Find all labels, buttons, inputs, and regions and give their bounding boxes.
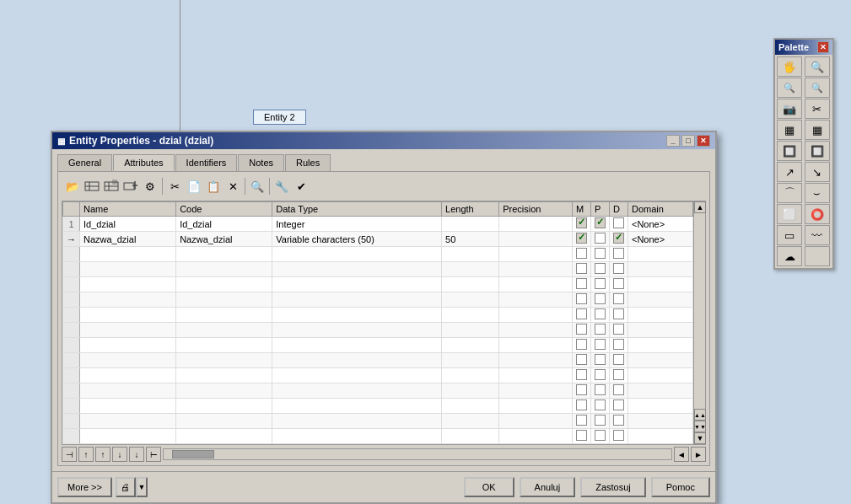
table-row[interactable]: → Nazwa_dzial Nazwa_dzial Variable chara… bbox=[63, 232, 693, 247]
cell-p-1[interactable] bbox=[590, 217, 609, 232]
find-btn[interactable]: 🔍 bbox=[248, 177, 267, 196]
print-button[interactable]: 🖨 bbox=[116, 477, 136, 497]
checkbox-d-1[interactable] bbox=[613, 217, 624, 228]
apply-button[interactable]: Zastosuj bbox=[580, 477, 646, 497]
curve1-btn[interactable]: ⌒ bbox=[777, 183, 802, 203]
vscroll-up-btn[interactable]: ▲ bbox=[694, 201, 706, 213]
rect-btn[interactable]: ⬜ bbox=[777, 204, 802, 224]
table-row[interactable]: 1 Id_dzial Id_dzial Integer <None> bbox=[63, 217, 693, 232]
edit-row-btn[interactable] bbox=[102, 177, 121, 196]
help-button[interactable]: Pomoc bbox=[651, 477, 710, 497]
paste-btn[interactable]: 📋 bbox=[204, 177, 223, 196]
table-hscrollbar[interactable] bbox=[163, 448, 672, 460]
cell-domain-2[interactable]: <None> bbox=[627, 232, 692, 247]
cancel-button[interactable]: Anuluj bbox=[520, 477, 576, 497]
tab-notes[interactable]: Notes bbox=[238, 154, 284, 171]
cell-domain-1[interactable]: <None> bbox=[627, 217, 692, 232]
extra-btn[interactable] bbox=[805, 246, 830, 266]
tab-panel-attributes: 📂 ⚙ ✂ 📄 📋 ✕ 🔍 🔧 ✔ bbox=[57, 171, 710, 466]
nav-prev-btn[interactable]: ↑ bbox=[78, 447, 94, 462]
palette-titlebar[interactable]: Palette ✕ bbox=[775, 40, 832, 55]
insert-row-btn[interactable] bbox=[121, 177, 140, 196]
screenshot-btn[interactable]: 📷 bbox=[777, 99, 802, 119]
hscroll-left-btn[interactable]: ◄ bbox=[674, 447, 689, 462]
dialog-icon: ▦ bbox=[57, 137, 65, 146]
ellipse-btn[interactable]: ⭕ bbox=[805, 204, 830, 224]
tab-attributes[interactable]: Attributes bbox=[113, 154, 174, 171]
vscroll-down-btn[interactable]: ▼ bbox=[694, 432, 706, 444]
nav-last-btn[interactable]: ⊢ bbox=[146, 447, 161, 462]
arrow2-btn[interactable]: ↘ bbox=[805, 162, 830, 182]
cell-length-1[interactable] bbox=[442, 217, 499, 232]
vscroll-pageup-btn[interactable]: ▲▲ bbox=[694, 409, 706, 421]
vscroll-pagedown-btn[interactable]: ▼▼ bbox=[694, 421, 706, 432]
tab-general[interactable]: General bbox=[57, 154, 112, 171]
cell-code-2[interactable]: Nazwa_dzial bbox=[176, 232, 272, 247]
table-vscrollbar[interactable]: ▲ ▲▲ ▼▼ ▼ bbox=[693, 201, 705, 444]
copy-btn[interactable]: 📄 bbox=[185, 177, 203, 196]
nav-next-btn[interactable]: ↓ bbox=[112, 447, 127, 462]
curve2-btn[interactable]: ⌣ bbox=[805, 183, 830, 203]
wave-btn[interactable]: 〰 bbox=[805, 225, 830, 245]
cell-m-2[interactable] bbox=[572, 232, 590, 247]
rounded-btn[interactable]: ▭ bbox=[777, 225, 802, 245]
nav-first-btn[interactable]: ⊣ bbox=[62, 447, 77, 462]
cell-precision-2[interactable] bbox=[499, 232, 573, 247]
hand-tool-btn[interactable]: 🖐 bbox=[777, 56, 802, 77]
zoom-fit-btn[interactable]: 🔍 bbox=[805, 78, 830, 98]
cell-p-2[interactable] bbox=[590, 232, 609, 247]
dialog-titlebar[interactable]: ▦ Entity Properties - dzial (dzial) _ □ … bbox=[52, 132, 715, 149]
check-btn[interactable]: ✔ bbox=[292, 177, 310, 196]
cell-d-1[interactable] bbox=[609, 217, 627, 232]
palette-close-button[interactable]: ✕ bbox=[817, 41, 829, 53]
cut-tool-btn[interactable]: ✂ bbox=[805, 99, 830, 119]
ok-button[interactable]: OK bbox=[464, 477, 514, 497]
connect2-btn[interactable]: 🔲 bbox=[805, 141, 830, 161]
vscroll-track[interactable] bbox=[694, 213, 705, 409]
cell-name-2[interactable]: Nazwa_dzial bbox=[80, 232, 176, 247]
cloud-btn[interactable]: ☁ bbox=[777, 246, 802, 266]
checkbox-m-2[interactable] bbox=[576, 233, 587, 244]
checkbox-p-1[interactable] bbox=[595, 217, 606, 228]
more-button[interactable]: More >> bbox=[57, 477, 112, 497]
table1-btn[interactable]: ▦ bbox=[777, 120, 802, 140]
cell-datatype-2[interactable]: Variable characters (50) bbox=[272, 232, 442, 247]
tab-identifiers[interactable]: Identifiers bbox=[175, 154, 238, 171]
close-button[interactable]: ✕ bbox=[697, 135, 710, 147]
cell-d-2[interactable] bbox=[609, 232, 627, 247]
cell-length-2[interactable]: 50 bbox=[442, 232, 499, 247]
cell-code-1[interactable]: Id_dzial bbox=[176, 217, 272, 232]
connect1-btn[interactable]: 🔲 bbox=[777, 141, 802, 161]
delete-btn[interactable]: ✕ bbox=[224, 177, 242, 196]
minimize-button[interactable]: _ bbox=[666, 135, 680, 147]
settings-btn[interactable]: 🔧 bbox=[272, 177, 291, 196]
hscroll-right-btn[interactable]: ► bbox=[691, 447, 706, 462]
open-toolbar-btn[interactable]: 📂 bbox=[63, 177, 82, 196]
hscroll-thumb[interactable] bbox=[172, 450, 214, 458]
zoom-tool-btn[interactable]: 🔍 bbox=[805, 56, 830, 77]
new-row-btn[interactable] bbox=[83, 177, 101, 196]
table-scroll-area[interactable]: Name Code Data Type Length Precision M P… bbox=[62, 201, 693, 444]
properties-btn[interactable]: ⚙ bbox=[141, 177, 159, 196]
tab-rules[interactable]: Rules bbox=[285, 154, 331, 171]
print-dropdown-btn[interactable]: ▼ bbox=[136, 477, 148, 497]
checkbox-m-1[interactable] bbox=[576, 217, 587, 228]
cell-datatype-1[interactable]: Integer bbox=[272, 217, 442, 232]
nav-up-btn[interactable]: ↑ bbox=[95, 447, 110, 462]
entity-properties-dialog: ▦ Entity Properties - dzial (dzial) _ □ … bbox=[51, 131, 717, 504]
cell-precision-1[interactable] bbox=[499, 217, 573, 232]
checkbox-p-2[interactable] bbox=[595, 233, 606, 244]
cell-m-1[interactable] bbox=[572, 217, 590, 232]
table2-btn[interactable]: ▦ bbox=[805, 120, 830, 140]
row-num-empty bbox=[63, 247, 80, 262]
checkbox-d-2[interactable] bbox=[613, 233, 624, 244]
nav-down-btn[interactable]: ↓ bbox=[129, 447, 144, 462]
cell-name-1[interactable]: Id_dzial bbox=[80, 217, 176, 232]
zoom-out-btn[interactable]: 🔍 bbox=[777, 78, 802, 98]
maximize-button[interactable]: □ bbox=[681, 135, 695, 147]
tab-bar: General Attributes Identifiers Notes Rul… bbox=[57, 154, 710, 171]
attributes-toolbar: 📂 ⚙ ✂ 📄 📋 ✕ 🔍 🔧 ✔ bbox=[62, 175, 706, 197]
footer-right: OK Anuluj Zastosuj Pomoc bbox=[464, 477, 710, 497]
arrow1-btn[interactable]: ↗ bbox=[777, 162, 802, 182]
cut-btn[interactable]: ✂ bbox=[165, 177, 184, 196]
